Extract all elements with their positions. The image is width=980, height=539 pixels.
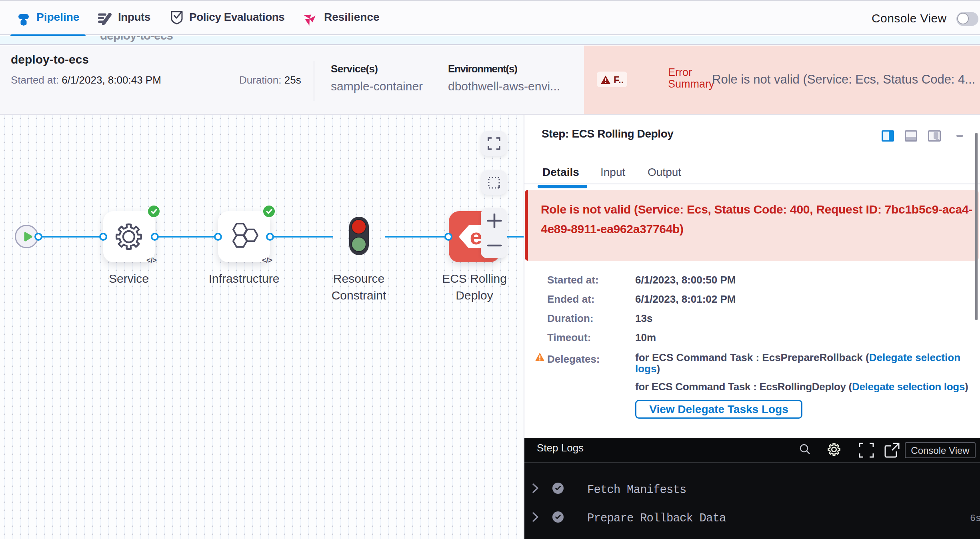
svg-text:e: e: [470, 225, 482, 249]
